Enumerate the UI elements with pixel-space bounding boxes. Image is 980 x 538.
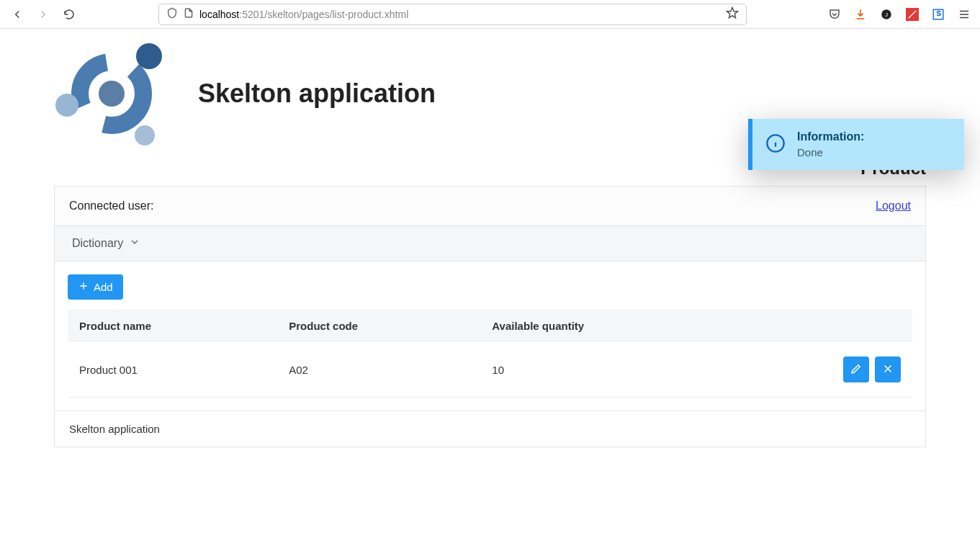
content-area: Add Product name Product code Available … bbox=[55, 261, 925, 411]
connected-user-label: Connected user: bbox=[69, 199, 153, 212]
user-bar: Connected user: Logout bbox=[55, 187, 925, 225]
dictionary-menu[interactable]: Dictionary bbox=[72, 237, 123, 250]
pencil-icon bbox=[850, 362, 863, 377]
col-qty: Available quantity bbox=[480, 310, 734, 342]
browser-toolbar: localhost:5201/skelton/pages/list-produc… bbox=[0, 0, 980, 29]
forward-button[interactable] bbox=[35, 6, 52, 23]
svg-point-5 bbox=[99, 81, 125, 107]
plus-icon bbox=[78, 280, 89, 294]
edit-button[interactable] bbox=[843, 357, 869, 382]
toast-body: Done bbox=[797, 146, 864, 158]
page-content: Skelton application Product Connected us… bbox=[0, 29, 980, 476]
col-actions bbox=[734, 310, 912, 342]
main-panel: Connected user: Logout Dictionary Add Pr… bbox=[54, 186, 926, 447]
reload-button[interactable] bbox=[60, 6, 78, 23]
product-table: Product name Product code Available quan… bbox=[68, 310, 912, 398]
url-host: localhost bbox=[199, 9, 239, 20]
url-bar[interactable]: localhost:5201/skelton/pages/list-produc… bbox=[158, 4, 747, 25]
app-title: Skelton application bbox=[198, 79, 436, 109]
page-icon bbox=[184, 8, 194, 21]
col-name: Product name bbox=[68, 310, 277, 342]
account-icon[interactable]: J bbox=[879, 7, 894, 22]
url-path: :5201/skelton/pages/list-product.xhtml bbox=[239, 9, 408, 20]
svg-point-7 bbox=[135, 125, 155, 145]
app-logo bbox=[54, 36, 169, 151]
logout-link[interactable]: Logout bbox=[876, 199, 911, 212]
extension-red-icon[interactable] bbox=[905, 7, 920, 22]
bookmark-star-icon[interactable] bbox=[726, 6, 739, 22]
menubar: Dictionary bbox=[55, 225, 925, 261]
extension-s-icon[interactable] bbox=[931, 7, 945, 22]
cell-qty: 10 bbox=[480, 342, 734, 398]
toast-title: Information: bbox=[797, 130, 864, 143]
col-code: Product code bbox=[277, 310, 480, 342]
svg-text:J: J bbox=[885, 12, 888, 18]
svg-point-8 bbox=[55, 94, 78, 117]
add-button[interactable]: Add bbox=[68, 274, 123, 300]
delete-button[interactable] bbox=[875, 357, 901, 382]
hamburger-menu-icon[interactable] bbox=[957, 7, 971, 22]
table-row: Product 001 A02 10 bbox=[68, 342, 912, 398]
info-icon bbox=[765, 133, 786, 156]
pocket-icon[interactable] bbox=[827, 7, 842, 22]
add-button-label: Add bbox=[94, 281, 113, 293]
cell-code: A02 bbox=[277, 342, 480, 398]
footer: Skelton application bbox=[55, 411, 925, 447]
back-button[interactable] bbox=[9, 6, 26, 23]
chevron-down-icon[interactable] bbox=[129, 236, 140, 251]
cell-name: Product 001 bbox=[68, 342, 277, 398]
toast-info: Information: Done bbox=[748, 119, 964, 170]
svg-point-6 bbox=[136, 43, 162, 69]
download-icon[interactable] bbox=[853, 7, 868, 22]
close-icon bbox=[881, 362, 894, 377]
browser-right-icons: J bbox=[827, 7, 971, 22]
shield-icon bbox=[166, 7, 178, 22]
url-text: localhost:5201/skelton/pages/list-produc… bbox=[199, 9, 720, 20]
